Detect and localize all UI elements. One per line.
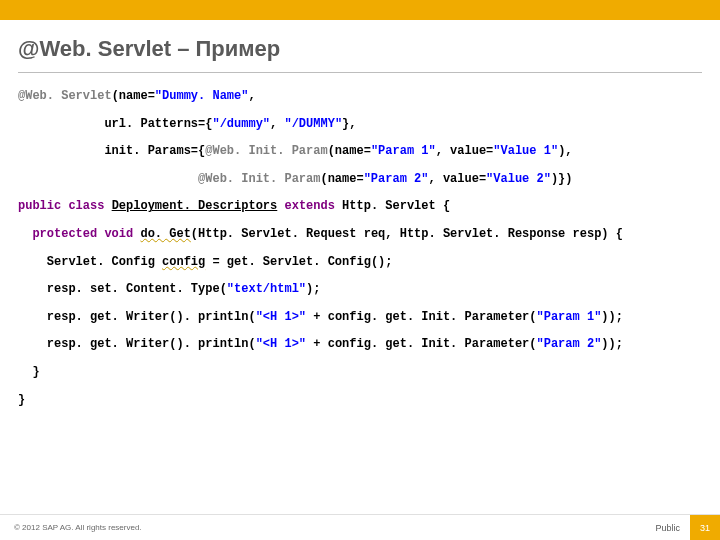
annotation: @Web. Servlet xyxy=(18,89,112,103)
copyright-text: © 2012 SAP AG. All rights reserved. xyxy=(14,523,655,532)
title-divider xyxy=(18,72,702,73)
classification-label: Public xyxy=(655,523,680,533)
class-name: Deployment. Descriptors xyxy=(112,199,278,213)
slide-footer: © 2012 SAP AG. All rights reserved. Publ… xyxy=(0,514,720,540)
page-number: 31 xyxy=(690,515,720,541)
brand-band xyxy=(0,0,720,20)
method-name: do. Get xyxy=(140,227,190,241)
code-block: @Web. Servlet(name="Dummy. Name", url. P… xyxy=(0,83,720,418)
slide-title: @Web. Servlet – Пример xyxy=(0,20,720,72)
